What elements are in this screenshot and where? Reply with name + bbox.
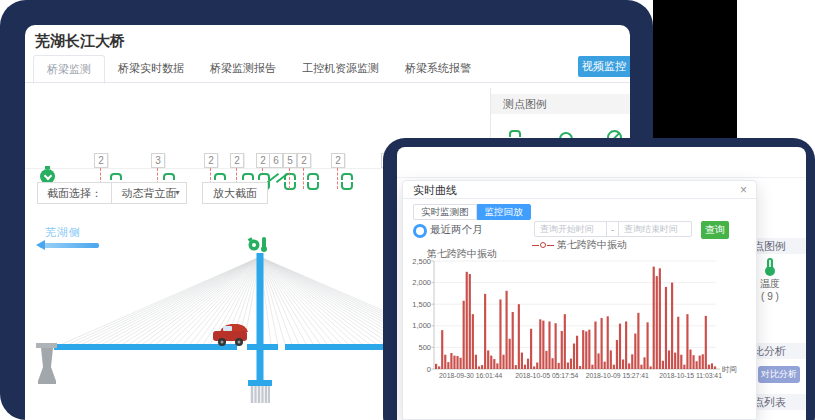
recent-range-label: 最近两个月 (430, 223, 483, 237)
sensor-count-badge: 2 (94, 153, 108, 168)
thermometer-icon (767, 258, 773, 271)
zoom-section-button[interactable]: 放大截面 (202, 182, 268, 204)
tab-桥梁实时数据[interactable]: 桥梁实时数据 (105, 55, 197, 82)
tab-桥梁系统报警[interactable]: 桥梁系统报警 (392, 55, 484, 82)
page-title: 芜湖长江大桥 (35, 32, 125, 51)
deck-joint (278, 344, 285, 351)
legend-marker-icon (547, 245, 554, 246)
tower-sensor-icon[interactable] (248, 237, 267, 252)
main-tabbar: 桥梁监测桥梁实时数据桥梁监测报告工控机资源监测桥梁系统报警 (25, 55, 630, 83)
svg-text:2018-10-15 11:03:41: 2018-10-15 11:03:41 (659, 372, 722, 379)
dialog-tab-监控回放[interactable]: 监控回放 (477, 204, 531, 220)
dialog-title: 实时曲线 (403, 181, 756, 199)
svg-text:2018-10-05 05:17:54: 2018-10-05 05:17:54 (515, 372, 578, 379)
legend-circle-icon (540, 242, 546, 248)
query-row: 最近两个月 - 查询 (403, 221, 756, 239)
svg-text:2018-09-30 16:01:44: 2018-09-30 16:01:44 (439, 372, 502, 379)
point-legend-title: 测点图例 (491, 94, 630, 114)
tower-foundation (248, 380, 272, 403)
link-sensor-icon[interactable] (307, 173, 319, 190)
recent-range-radio[interactable] (413, 224, 427, 238)
query-button[interactable]: 查询 (701, 221, 729, 239)
dialog-tab-实时监测图[interactable]: 实时监测图 (413, 204, 477, 220)
chevron-down-icon: ▼ (174, 183, 181, 203)
screen: { "main_window": { "title": "芜湖长江大桥", "t… (0, 0, 815, 420)
svg-text:0: 0 (427, 365, 431, 374)
tab-工控机资源监测[interactable]: 工控机资源监测 (289, 55, 392, 82)
section-select-label: 截面选择： (37, 182, 112, 204)
section-select-value: 动态背立面 (122, 187, 177, 199)
sensor-count-badge: 2 (297, 153, 311, 168)
video-monitor-button[interactable]: 视频监控 (578, 56, 630, 77)
section-select-dropdown[interactable]: 动态背立面 ▼ (111, 182, 187, 204)
end-time-input[interactable] (618, 221, 692, 237)
sensor-count-badge: 2 (256, 153, 270, 168)
svg-text:2,000: 2,000 (412, 278, 431, 287)
close-icon[interactable]: × (740, 181, 747, 199)
sensor-count-badge: 2 (331, 153, 345, 168)
start-time-input[interactable] (534, 221, 607, 237)
svg-text:500: 500 (418, 343, 431, 352)
legend-label: 第七跨跨中振动 (557, 239, 627, 250)
dashed-line (289, 168, 290, 189)
vibration-chart: 05001,0001,5002,0002,5002018-09-30 16:01… (409, 255, 749, 385)
sensor-count-badge: 2 (204, 153, 218, 168)
tab-桥梁监测[interactable]: 桥梁监测 (33, 55, 105, 84)
sensor-count-badge: 5 (283, 153, 297, 168)
bridge-tower (257, 253, 264, 385)
dashed-line (337, 168, 338, 189)
svg-text:1,000: 1,000 (412, 321, 431, 330)
divider (397, 177, 806, 178)
sensor-count-badge: 3 (151, 153, 165, 168)
black-region (653, 0, 737, 138)
link-sensor-icon[interactable] (341, 173, 353, 190)
sensor-count-badge: 2 (230, 153, 244, 168)
realtime-curve-dialog: 实时曲线 × 实时监测图监控回放 最近两个月 - 查询 第七跨跨中振动 第七跨跨… (402, 180, 757, 420)
svg-text:2,500: 2,500 (412, 257, 431, 266)
dashed-line (303, 168, 304, 189)
tab-桥梁监测报告[interactable]: 桥梁监测报告 (197, 55, 289, 82)
svg-text:时间: 时间 (722, 365, 737, 374)
legend-marker-icon (532, 245, 539, 246)
section-controls: 截面选择： 动态背立面 ▼ 放大截面 (37, 182, 268, 204)
svg-text:2018-10-09 15:27:41: 2018-10-09 15:27:41 (586, 372, 649, 379)
left-pier (36, 343, 57, 384)
compare-button[interactable]: 对比分析 (758, 366, 800, 383)
dialog-tabs: 实时监测图监控回放 (413, 204, 531, 218)
svg-text:1,500: 1,500 (412, 300, 431, 309)
sensor-count-badge: 6 (269, 153, 283, 168)
